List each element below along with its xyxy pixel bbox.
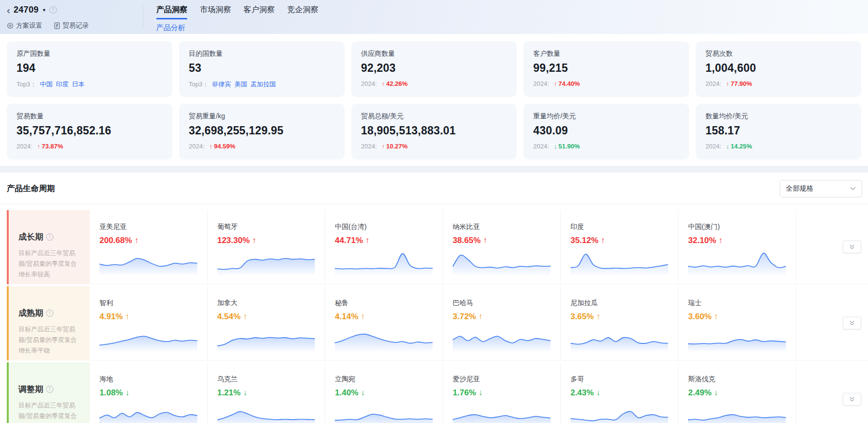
stats-row-2: 贸易数量 35,757,716,852.16 2024:↑73.87% 贸易重量… <box>7 104 861 160</box>
expand-row-button[interactable] <box>843 393 861 406</box>
country-trend-cell[interactable]: 斯洛伐克 2.49%↓ <box>678 362 796 423</box>
growth-rate: 3.65%↑ <box>571 312 669 322</box>
top3-link[interactable]: 日本 <box>72 81 84 88</box>
nav-tab[interactable]: 竞企洞察 <box>287 5 318 19</box>
trend-arrow-icon: ↑ <box>596 312 601 321</box>
change-year-label: 2024: <box>705 80 721 87</box>
country-trend-cell[interactable]: 立陶宛 1.40%↓ <box>325 362 443 423</box>
change-year-label: 2024: <box>705 143 721 150</box>
trend-arrow-icon: ↑ <box>483 236 488 245</box>
lifecycle-row: 成长期 ! 目标产品近三年贸易额/贸易量的季度复合增长率较高 亚美尼亚 200.… <box>7 210 868 284</box>
country-trend-cell[interactable]: 印度 35.12%↑ <box>561 210 679 284</box>
country-name: 智利 <box>99 299 197 308</box>
country-name: 海地 <box>99 375 197 384</box>
country-trend-cell[interactable]: 爱沙尼亚 1.76%↓ <box>443 362 561 423</box>
header-divider <box>143 6 143 28</box>
country-trend-cell[interactable]: 亚美尼亚 200.68%↑ <box>90 210 208 284</box>
stat-card: 客户数量 99,215 2024:↑74.40% <box>524 41 689 97</box>
stat-value: 53 <box>189 62 335 75</box>
stat-top3: Top3：中国印度日本 <box>16 80 84 89</box>
trend-arrow-icon: ↑ <box>382 143 385 150</box>
change-value: 51.90% <box>558 143 580 150</box>
stats-section: 原产国数量 194 Top3：中国印度日本 目的国数量 53 Top3：菲律宾美… <box>0 34 868 166</box>
change-year-label: 2024: <box>361 80 377 87</box>
country-trend-cell[interactable]: 瑞士 3.60%↑ <box>678 286 796 360</box>
stat-change: 2024:↑42.26% <box>361 80 408 87</box>
tab-product-analysis[interactable]: 产品分析 <box>156 23 318 33</box>
trend-sparkline <box>453 400 551 423</box>
growth-rate: 32.10%↑ <box>688 236 786 245</box>
country-trend-cell[interactable]: 海地 1.08%↓ <box>90 362 208 423</box>
lifecycle-stage-panel: 调整期 ! 目标产品近三年贸易额/贸易量的季度复合增长率呈负 <box>7 362 90 423</box>
top3-link[interactable]: 美国 <box>234 81 247 88</box>
country-trend-cell[interactable]: 纳米比亚 38.65%↑ <box>443 210 561 284</box>
lifecycle-stage-panel: 成长期 ! 目标产品近三年贸易额/贸易量的季度复合增长率较高 <box>7 210 90 284</box>
country-trend-cell[interactable]: 中国(澳门) 32.10%↑ <box>678 210 796 284</box>
growth-rate: 38.65%↑ <box>453 236 551 245</box>
growth-rate: 4.54%↑ <box>217 312 315 322</box>
trade-records-button[interactable]: 贸易记录 <box>54 21 89 30</box>
trend-arrow-icon: ↑ <box>361 312 365 321</box>
stat-value: 158.17 <box>705 124 852 137</box>
country-name: 瑞士 <box>688 299 786 308</box>
country-trend-cell[interactable]: 中国(台湾) 44.71%↑ <box>325 210 443 284</box>
stat-card: 贸易总额/美元 18,905,513,883.01 2024:↑10.27% <box>351 104 517 160</box>
top3-link[interactable]: 印度 <box>56 81 68 88</box>
country-trend-cell[interactable]: 葡萄牙 123.30%↑ <box>208 210 326 284</box>
country-trend-cell[interactable]: 智利 4.91%↑ <box>90 286 208 360</box>
change-value: 74.40% <box>558 80 580 87</box>
country-trend-cell[interactable]: 乌克兰 1.21%↓ <box>208 362 326 423</box>
country-trend-cell[interactable]: 巴哈马 3.72%↑ <box>443 286 561 360</box>
info-icon[interactable]: ! <box>46 386 53 393</box>
stat-card: 目的国数量 53 Top3：菲律宾美国孟加拉国 <box>179 41 344 97</box>
trend-arrow-icon: ↓ <box>361 388 365 397</box>
country-name: 印度 <box>571 223 669 231</box>
trend-sparkline <box>688 324 786 351</box>
stat-label: 贸易数量 <box>16 112 163 121</box>
trend-arrow-icon: ↓ <box>243 388 247 397</box>
trend-arrow-icon: ↓ <box>125 388 130 397</box>
stat-change: 2024:↑74.40% <box>533 80 580 87</box>
change-value: 77.90% <box>731 80 752 87</box>
top-header: ‹ 24709 ▼ ! 方案设置 贸易记录 产品洞察市场洞察客户洞察竞企洞察 <box>0 0 868 34</box>
growth-rate: 1.08%↓ <box>99 388 197 398</box>
trend-sparkline <box>688 248 786 275</box>
change-value: 14.25% <box>731 143 752 150</box>
country-trend-cell[interactable]: 尼加拉瓜 3.65%↑ <box>561 286 679 360</box>
growth-rate: 1.76%↓ <box>453 388 551 398</box>
expand-row-button[interactable] <box>843 317 861 329</box>
trend-arrow-icon: ↑ <box>243 312 247 321</box>
info-icon[interactable]: ! <box>49 6 57 14</box>
country-name: 中国(澳门) <box>688 223 786 231</box>
plan-settings-button[interactable]: 方案设置 <box>7 21 42 30</box>
country-trend-cell[interactable]: 加拿大 4.54%↑ <box>208 286 326 360</box>
caret-down-icon[interactable]: ▼ <box>42 8 47 13</box>
main-nav-tabs: 产品洞察市场洞察客户洞察竞企洞察 <box>156 5 318 19</box>
top3-link[interactable]: 中国 <box>40 81 52 88</box>
top3-label: Top3： <box>16 81 36 88</box>
trend-arrow-icon: ↓ <box>596 388 601 397</box>
change-value: 42.26% <box>386 80 408 87</box>
back-chevron-icon[interactable]: ‹ <box>7 5 10 15</box>
stat-label: 供应商数量 <box>361 49 507 58</box>
info-icon[interactable]: ! <box>46 233 53 241</box>
nav-tab[interactable]: 市场洞察 <box>200 5 231 19</box>
document-icon <box>54 22 60 29</box>
gear-icon <box>7 22 14 29</box>
top3-link[interactable]: 菲律宾 <box>212 81 231 88</box>
section-divider <box>0 204 868 204</box>
stage-name: 调整期 <box>18 384 43 395</box>
plan-id-title[interactable]: 24709 <box>14 5 39 15</box>
stat-value: 18,905,513,883.01 <box>361 124 507 137</box>
trend-sparkline <box>453 324 551 351</box>
top3-link[interactable]: 孟加拉国 <box>250 81 276 88</box>
trend-arrow-icon: ↑ <box>365 236 370 245</box>
spec-filter-dropdown[interactable]: 全部规格 <box>780 180 862 197</box>
trend-sparkline <box>453 248 551 275</box>
nav-tab[interactable]: 客户洞察 <box>244 5 275 19</box>
info-icon[interactable]: ! <box>46 309 53 317</box>
country-trend-cell[interactable]: 多哥 2.43%↓ <box>561 362 679 423</box>
expand-row-button[interactable] <box>843 241 861 253</box>
country-trend-cell[interactable]: 秘鲁 4.14%↑ <box>325 286 443 360</box>
nav-tab[interactable]: 产品洞察 <box>156 5 187 19</box>
